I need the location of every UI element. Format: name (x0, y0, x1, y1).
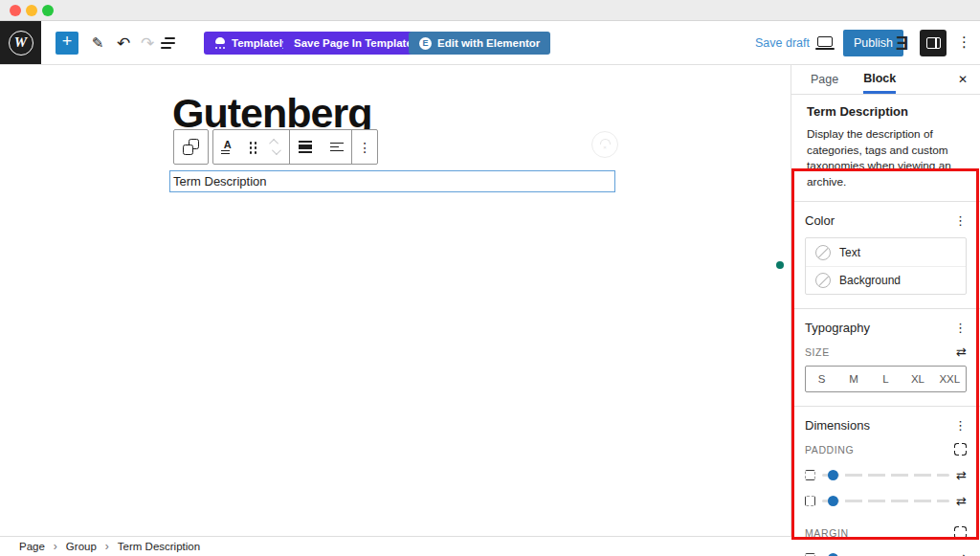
templately-button-label: Templately (232, 37, 288, 49)
settings-sidebar: Page Block ✕ Term Description Display th… (791, 65, 980, 556)
annotation-dot (776, 261, 784, 269)
drag-handle-icon[interactable] (241, 130, 262, 164)
font-size-l[interactable]: L (870, 367, 902, 391)
typography-section: Typography ⋮ SIZE ⇄ S M L XL XXL (791, 308, 980, 406)
options-menu-icon[interactable]: ⋮ (957, 33, 971, 51)
save-page-button-label: Save Page In Templately (294, 37, 421, 49)
unlink-sides-icon[interactable] (954, 526, 967, 539)
dimensions-section-title: Dimensions (805, 418, 870, 433)
no-color-icon (815, 245, 831, 260)
select-parent-group-button[interactable] (173, 129, 209, 165)
padding-vertical-slider-row: ⇄ (805, 469, 967, 481)
block-inserter-button[interactable]: + (56, 32, 78, 55)
elementor-settings-icon[interactable]: Ǝ (896, 32, 908, 55)
background-color-label: Background (839, 274, 901, 287)
padding-custom-icon[interactable]: ⇄ (956, 469, 967, 481)
horizontal-sides-icon (805, 496, 815, 506)
chevron-right-icon: › (54, 540, 57, 553)
align-button[interactable] (290, 130, 322, 164)
block-toolbar: A ⋮ (212, 129, 378, 165)
text-align-button[interactable] (322, 130, 351, 164)
publish-button[interactable]: Publish (843, 30, 903, 56)
macos-titlebar (0, 0, 980, 21)
margin-vertical-slider-row: ⇄ (805, 552, 967, 556)
edit-tool-icon[interactable]: ✎ (86, 32, 109, 55)
breadcrumb: Page › Group › Term Description (0, 536, 791, 556)
term-description-block-icon[interactable]: A (213, 130, 241, 164)
typography-section-title: Typography (805, 321, 870, 335)
sidebar-icon (926, 37, 941, 49)
edit-with-elementor-button[interactable]: E Edit with Elementor (409, 32, 550, 55)
breadcrumb-group[interactable]: Group (66, 541, 97, 552)
close-sidebar-icon[interactable]: ✕ (958, 73, 968, 86)
templately-floating-badge-icon[interactable]: × (591, 131, 618, 158)
size-label: SIZE (805, 346, 830, 358)
vertical-sides-icon (805, 470, 815, 480)
breadcrumb-term-description[interactable]: Term Description (118, 541, 200, 552)
group-icon (183, 139, 199, 155)
block-mover-buttons[interactable] (262, 130, 289, 164)
margin-label: MARGIN (805, 527, 849, 539)
font-size-xxl[interactable]: XXL (934, 367, 966, 391)
text-color-label: Text (839, 246, 860, 259)
padding-custom-icon[interactable]: ⇄ (956, 495, 967, 507)
block-options-icon[interactable]: ⋮ (352, 130, 377, 164)
size-custom-icon[interactable]: ⇄ (956, 345, 967, 358)
padding-horizontal-slider-row: ⇄ (805, 495, 967, 507)
elementor-icon: E (419, 37, 432, 50)
move-down-icon (272, 145, 281, 155)
redo-icon: ↷ (136, 32, 159, 55)
preview-icon[interactable] (815, 35, 835, 51)
margin-custom-icon[interactable]: ⇄ (956, 552, 967, 556)
no-color-icon (815, 273, 831, 288)
close-window-button[interactable] (10, 5, 21, 16)
block-name: Term Description (807, 104, 965, 119)
text-color-row[interactable]: Text (806, 238, 966, 266)
elementor-button-label: Edit with Elementor (437, 37, 540, 49)
dimensions-options-icon[interactable]: ⋮ (954, 418, 967, 433)
save-draft-link[interactable]: Save draft (755, 36, 810, 50)
color-section: Color ⋮ Text Background (791, 201, 980, 308)
term-description-block[interactable]: Term Description (169, 170, 615, 192)
padding-vertical-slider[interactable] (822, 474, 949, 477)
typography-options-icon[interactable]: ⋮ (954, 321, 967, 335)
minimize-window-button[interactable] (26, 5, 37, 16)
tab-page[interactable]: Page (811, 65, 838, 94)
chevron-right-icon: › (105, 540, 109, 553)
font-size-s[interactable]: S (806, 367, 837, 391)
padding-label: PADDING (805, 444, 854, 456)
sidebar-tab-bar: Page Block ✕ (791, 65, 980, 95)
font-size-xl[interactable]: XL (902, 367, 933, 391)
unlink-sides-icon[interactable] (954, 443, 967, 456)
wordpress-icon: W (9, 31, 33, 56)
dimensions-section: Dimensions ⋮ PADDING ⇄ ⇄ MARGIN ⇄ (791, 406, 980, 556)
editor-header: W + ✎ ↶ ↷ Templately Save Page In Templa… (0, 21, 980, 65)
color-settings-box: Text Background (805, 237, 967, 295)
padding-horizontal-slider[interactable] (822, 500, 949, 502)
color-options-icon[interactable]: ⋮ (954, 213, 967, 228)
slider-thumb[interactable] (828, 496, 838, 506)
font-size-picker: S M L XL XXL (805, 366, 967, 392)
font-size-m[interactable]: M (837, 367, 869, 391)
block-description: Display the description of categories, t… (807, 126, 965, 189)
background-color-row[interactable]: Background (806, 266, 966, 294)
templately-icon (214, 37, 226, 49)
tab-block[interactable]: Block (863, 65, 896, 94)
slider-thumb[interactable] (828, 470, 838, 480)
list-view-icon[interactable] (161, 36, 176, 50)
block-info-panel: Term Description Display the description… (791, 95, 980, 201)
zoom-window-button[interactable] (42, 5, 54, 16)
undo-icon[interactable]: ↶ (112, 32, 135, 55)
settings-panel-toggle[interactable] (920, 30, 947, 56)
color-section-title: Color (805, 213, 835, 228)
editor-canvas: Gutenberg A ⋮ Term Description × (0, 65, 791, 536)
breadcrumb-page[interactable]: Page (19, 541, 45, 552)
wordpress-logo[interactable]: W (0, 21, 41, 64)
